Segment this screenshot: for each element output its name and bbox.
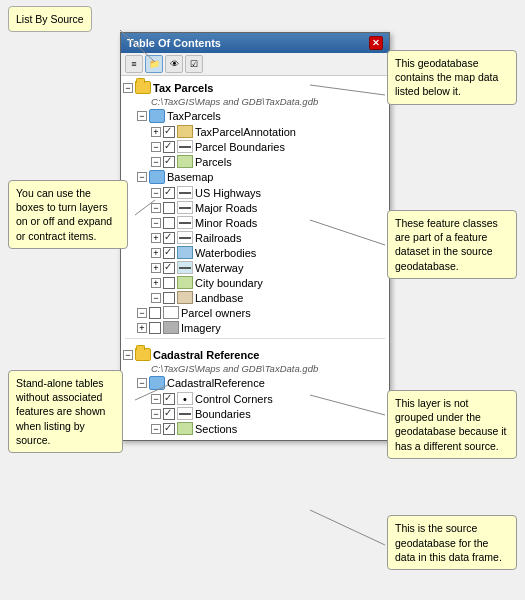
toc-selection-button[interactable]: ☑ bbox=[185, 55, 203, 73]
expand-waterbodies[interactable]: + bbox=[151, 248, 161, 258]
tree-parcel-owners: − Parcel owners bbox=[123, 305, 387, 320]
expand-landbase[interactable]: − bbox=[151, 293, 161, 303]
layer-icon-waterway bbox=[177, 261, 193, 274]
folder-icon-tax-parcels bbox=[135, 81, 151, 94]
tree-path-cadastral: C:\TaxGIS\Maps and GDB\TaxData.gdb bbox=[123, 362, 387, 375]
expand-major-roads[interactable]: − bbox=[151, 203, 161, 213]
label-boundaries: Boundaries bbox=[195, 408, 251, 420]
expand-basemap[interactable]: − bbox=[137, 172, 147, 182]
table-icon-parcel-owners bbox=[163, 306, 179, 319]
tree-path-tax-parcels: C:\TaxGIS\Maps and GDB\TaxData.gdb bbox=[123, 95, 387, 108]
tree-city-boundary: + City boundary bbox=[123, 275, 387, 290]
check-imagery[interactable] bbox=[149, 322, 161, 334]
toc-source-button[interactable]: 📁 bbox=[145, 55, 163, 73]
label-cadastralreference: CadastralReference bbox=[167, 377, 265, 389]
layer-icon-sections bbox=[177, 422, 193, 435]
toc-list-button[interactable]: ≡ bbox=[125, 55, 143, 73]
tree-waterway: + Waterway bbox=[123, 260, 387, 275]
callout-geodatabase-text: This geodatabase contains the map data l… bbox=[395, 57, 498, 97]
tree-sections: − Sections bbox=[123, 421, 387, 436]
tree-boundaries: − Boundaries bbox=[123, 406, 387, 421]
db-icon-cadastralreference bbox=[149, 376, 165, 390]
layer-icon-landbase bbox=[177, 291, 193, 304]
tree-us-highways: − US Highways bbox=[123, 185, 387, 200]
label-railroads: Railroads bbox=[195, 232, 241, 244]
db-icon-basemap bbox=[149, 170, 165, 184]
tree-waterbodies: + Waterbodies bbox=[123, 245, 387, 260]
expand-city-boundary[interactable]: + bbox=[151, 278, 161, 288]
tree-group-cadastral: − Cadastral Reference bbox=[123, 347, 387, 362]
svg-line-6 bbox=[310, 510, 385, 545]
expand-taxparcelannotation[interactable]: + bbox=[151, 127, 161, 137]
callout-standalone: Stand-alone tables without associated fe… bbox=[8, 370, 123, 453]
check-sections[interactable] bbox=[163, 423, 175, 435]
callout-geodatabase: This geodatabase contains the map data l… bbox=[387, 50, 517, 105]
expand-tax-parcels[interactable]: − bbox=[123, 83, 133, 93]
check-us-highways[interactable] bbox=[163, 187, 175, 199]
tree-imagery: + Imagery bbox=[123, 320, 387, 335]
tree-separator bbox=[125, 338, 385, 344]
toc-title: Table Of Contents bbox=[127, 37, 221, 49]
expand-cadastralreference[interactable]: − bbox=[137, 378, 147, 388]
toc-toolbar: ≡ 📁 👁 ☑ bbox=[121, 53, 389, 76]
expand-boundaries[interactable]: − bbox=[151, 409, 161, 419]
check-railroads[interactable] bbox=[163, 232, 175, 244]
toc-content[interactable]: − Tax Parcels C:\TaxGIS\Maps and GDB\Tax… bbox=[121, 76, 389, 440]
toc-close-button[interactable]: ✕ bbox=[369, 36, 383, 50]
check-waterway[interactable] bbox=[163, 262, 175, 274]
toc-titlebar: Table Of Contents ✕ bbox=[121, 33, 389, 53]
layer-icon-control-corners: • bbox=[177, 392, 193, 405]
check-waterbodies[interactable] bbox=[163, 247, 175, 259]
layer-icon-parcel-boundaries bbox=[177, 140, 193, 153]
layer-icon-waterbodies bbox=[177, 246, 193, 259]
check-major-roads[interactable] bbox=[163, 202, 175, 214]
callout-feature-classes-text: These feature classes are part of a feat… bbox=[395, 217, 498, 272]
toc-window: Table Of Contents ✕ ≡ 📁 👁 ☑ − Tax Parcel… bbox=[120, 32, 390, 441]
label-waterbodies: Waterbodies bbox=[195, 247, 256, 259]
tree-parcels: − Parcels bbox=[123, 154, 387, 169]
expand-minor-roads[interactable]: − bbox=[151, 218, 161, 228]
layer-icon-city-boundary bbox=[177, 276, 193, 289]
callout-source-gdb: This is the source geodatabase for the d… bbox=[387, 515, 517, 570]
expand-control-corners[interactable]: − bbox=[151, 394, 161, 404]
label-sections: Sections bbox=[195, 423, 237, 435]
label-cadastral: Cadastral Reference bbox=[153, 349, 259, 361]
label-parcels: Parcels bbox=[195, 156, 232, 168]
expand-parcels[interactable]: − bbox=[151, 157, 161, 167]
check-parcel-boundaries[interactable] bbox=[163, 141, 175, 153]
expand-us-highways[interactable]: − bbox=[151, 188, 161, 198]
tree-major-roads: − Major Roads bbox=[123, 200, 387, 215]
expand-taxparcels[interactable]: − bbox=[137, 111, 147, 121]
expand-railroads[interactable]: + bbox=[151, 233, 161, 243]
expand-imagery[interactable]: + bbox=[137, 323, 147, 333]
layer-icon-boundaries bbox=[177, 407, 193, 420]
check-parcel-owners[interactable] bbox=[149, 307, 161, 319]
check-taxparcelannotation[interactable] bbox=[163, 126, 175, 138]
check-landbase[interactable] bbox=[163, 292, 175, 304]
callout-different-source-text: This layer is not grouped under the geod… bbox=[395, 397, 507, 452]
toc-titlebar-buttons: ✕ bbox=[369, 36, 383, 50]
layer-icon-imagery bbox=[163, 321, 179, 334]
label-basemap: Basemap bbox=[167, 171, 213, 183]
tree-cadastralreference-folder: − CadastralReference bbox=[123, 375, 387, 391]
callout-standalone-text: Stand-alone tables without associated fe… bbox=[16, 377, 105, 446]
check-boundaries[interactable] bbox=[163, 408, 175, 420]
check-control-corners[interactable] bbox=[163, 393, 175, 405]
tree-taxparcelannotation: + TaxParcelAnnotation bbox=[123, 124, 387, 139]
expand-parcel-boundaries[interactable]: − bbox=[151, 142, 161, 152]
expand-waterway[interactable]: + bbox=[151, 263, 161, 273]
tree-taxparcels-folder: − TaxParcels bbox=[123, 108, 387, 124]
label-major-roads: Major Roads bbox=[195, 202, 257, 214]
label-parcel-owners: Parcel owners bbox=[181, 307, 251, 319]
expand-cadastral[interactable]: − bbox=[123, 350, 133, 360]
check-minor-roads[interactable] bbox=[163, 217, 175, 229]
path-cadastral: C:\TaxGIS\Maps and GDB\TaxData.gdb bbox=[151, 363, 318, 374]
expand-parcel-owners[interactable]: − bbox=[137, 308, 147, 318]
toc-visibility-button[interactable]: 👁 bbox=[165, 55, 183, 73]
label-imagery: Imagery bbox=[181, 322, 221, 334]
layer-icon-major-roads bbox=[177, 201, 193, 214]
expand-sections[interactable]: − bbox=[151, 424, 161, 434]
check-parcels[interactable] bbox=[163, 156, 175, 168]
callout-different-source: This layer is not grouped under the geod… bbox=[387, 390, 517, 459]
check-city-boundary[interactable] bbox=[163, 277, 175, 289]
